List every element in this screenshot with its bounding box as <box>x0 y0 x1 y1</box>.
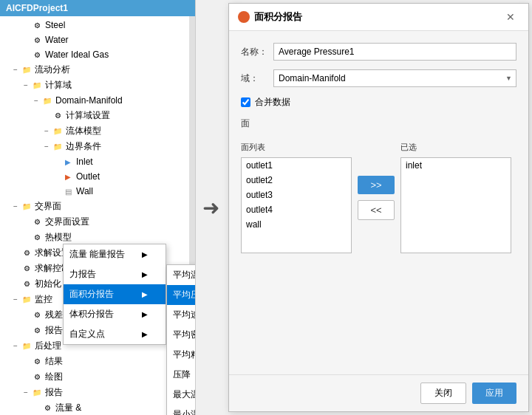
face-section: 面列表 outlet1outlet2outlet3outlet4wall >> … <box>241 142 516 253</box>
face-list-label: 面列表 <box>241 142 352 153</box>
tree-label-domain-manifold: Domain-Manifold <box>55 95 123 106</box>
ctx-menu-label: 面积分报告 <box>69 288 114 301</box>
submenu-label: 平均密… <box>173 329 196 341</box>
submenu-item-avg-density[interactable]: 平均密… <box>167 325 196 345</box>
tree-item-fluid-model[interactable]: −📁流体模型 <box>0 123 195 139</box>
tree-item-water-ideal-gas[interactable]: ⚙Water Ideal Gas <box>0 47 195 62</box>
ctx-menu-item-force-report[interactable]: 力报告▶ <box>64 264 166 284</box>
selected-list-item[interactable]: inlet <box>401 158 511 173</box>
tree-label-thermal-model: 热模型 <box>45 231 72 244</box>
close-button[interactable]: ✕ <box>502 10 519 24</box>
tree-label-interface-settings: 交界面设置 <box>45 216 89 228</box>
submenu-item-avg-velocity[interactable]: 平均速… <box>167 305 196 325</box>
ctx-menu-item-custom-points[interactable]: 自定义点▶ <box>64 324 166 344</box>
merge-checkbox[interactable] <box>241 97 250 107</box>
submenu-arrow-icon: ▶ <box>142 310 148 318</box>
tree-label-fluid-model: 流体模型 <box>66 125 101 137</box>
tree-label-domain-settings: 计算域设置 <box>66 109 110 122</box>
dialog-title-bar: 面积分报告 ✕ <box>229 4 528 31</box>
ctx-menu-item-flow-energy-report[interactable]: 流量 能量报告▶ <box>64 244 166 264</box>
domain-select-wrapper: Domain-Manifold <box>273 69 516 87</box>
ctx-menu-item-volume-integral-report[interactable]: 体积分报告▶ <box>64 304 166 324</box>
merge-label: 合并数据 <box>255 96 290 109</box>
tree-label-monitor: 监控 <box>35 293 52 306</box>
dialog-footer: 关闭 应用 <box>229 374 528 411</box>
face-section-label: 面 <box>241 117 516 130</box>
face-listbox[interactable]: outlet1outlet2outlet3outlet4wall <box>241 157 352 253</box>
domain-select[interactable]: Domain-Manifold <box>273 69 516 87</box>
submenu-item-avg-other[interactable]: 平均粘… <box>167 345 196 365</box>
tree-label-interface: 交界面 <box>35 200 61 213</box>
face-panels: 面列表 outlet1outlet2outlet3outlet4wall >> … <box>241 142 516 253</box>
submenu-item-min-temp[interactable]: 最小温度 <box>167 405 196 415</box>
tree-item-compute-domain[interactable]: −📁计算域 <box>0 78 195 93</box>
tree-item-domain-settings[interactable]: ⚙计算域设置 <box>0 108 195 123</box>
submenu-label: 最大温度 <box>173 388 196 401</box>
transfer-buttons: >> << <box>358 176 395 220</box>
dialog-body: 名称： 域： Domain-Manifold 合并数据 面 面列表 <box>229 31 528 374</box>
submenu-label: 最小温度 <box>173 408 196 415</box>
name-input[interactable] <box>273 43 516 61</box>
tree-item-boundary[interactable]: −📁边界条件 <box>0 139 195 154</box>
close-dialog-button[interactable]: 关闭 <box>420 383 466 404</box>
app-title: AICFDProject1 <box>0 0 195 16</box>
apply-button[interactable]: 应用 <box>472 383 516 404</box>
tree-label-wall: Wall <box>76 186 93 196</box>
domain-row: 域： Domain-Manifold <box>241 69 516 87</box>
tree-label-water-ideal-gas: Water Ideal Gas <box>45 49 109 60</box>
selected-listbox[interactable]: inlet <box>400 157 511 253</box>
tree-item-thermal-model[interactable]: ⚙热模型 <box>0 230 195 245</box>
ctx-menu-label: 力报告 <box>69 268 96 281</box>
submenu: 平均温度平均压力平均速…平均密…平均粘…压降最大温度最小温度最大压力最小压力 <box>166 264 196 415</box>
merge-row: 合并数据 <box>241 96 516 109</box>
ctx-menu-label: 体积分报告 <box>69 308 114 320</box>
tree-label-flow-analysis: 流动分析 <box>35 64 70 76</box>
transfer-left-button[interactable]: << <box>358 200 395 220</box>
tree-label-report-item: 报告 <box>45 324 63 337</box>
tree-item-inlet[interactable]: ▶Inlet <box>0 154 195 169</box>
arrow-right-icon: ➜ <box>202 196 219 220</box>
tree-item-interface-settings[interactable]: ⚙交界面设置 <box>0 214 195 230</box>
tree-label-outlet: Outlet <box>76 171 100 182</box>
face-list-panel: 面列表 outlet1outlet2outlet3outlet4wall <box>241 142 352 253</box>
submenu-label: 平均速… <box>173 309 196 321</box>
context-menu: 流量 能量报告▶力报告▶面积分报告▶体积分报告▶自定义点▶ <box>63 244 166 345</box>
tree-label-report: 报告 <box>45 386 63 399</box>
tree-label-compute-domain: 计算域 <box>45 79 72 92</box>
tree-item-interface[interactable]: −📁交界面 <box>0 199 195 214</box>
submenu-item-max-temp[interactable]: 最大温度 <box>167 385 196 405</box>
face-list-item[interactable]: outlet3 <box>242 188 351 202</box>
tree-label-water: Water <box>45 35 69 45</box>
transfer-right-button[interactable]: >> <box>358 176 395 194</box>
submenu-arrow-icon: ▶ <box>142 250 148 258</box>
tree-item-domain-manifold[interactable]: −📁Domain-Manifold <box>0 93 195 108</box>
name-label: 名称： <box>241 46 267 58</box>
tree-item-flow-analysis[interactable]: −📁流动分析 <box>0 62 195 78</box>
left-panel: AICFDProject1 ⚙Steel ⚙Water ⚙Water Ideal… <box>0 0 196 415</box>
face-list-item[interactable]: outlet1 <box>242 158 351 173</box>
ctx-menu-item-surface-integral-report[interactable]: 面积分报告▶ <box>64 284 166 304</box>
tree-item-outlet[interactable]: ▶Outlet <box>0 169 195 184</box>
tree-label-post-process: 后处理 <box>35 340 61 352</box>
tree-item-wall[interactable]: ▤Wall <box>0 184 195 199</box>
dialog: 面积分报告 ✕ 名称： 域： Domain-Manifold 合并数据 面 <box>228 3 529 412</box>
face-list-item[interactable]: wall <box>242 217 351 232</box>
tree-label-boundary: 边界条件 <box>66 140 101 153</box>
face-list-item[interactable]: outlet2 <box>242 173 351 188</box>
dialog-title-label: 面积分报告 <box>254 10 302 24</box>
tree-label-steel: Steel <box>45 20 65 30</box>
submenu-item-pressure-drop[interactable]: 压降 <box>167 365 196 385</box>
dialog-icon <box>238 11 250 23</box>
submenu-item-avg-temp[interactable]: 平均温度 <box>167 265 196 285</box>
dialog-title-text: 面积分报告 <box>238 10 302 24</box>
tree-item-water[interactable]: ⚙Water <box>0 32 195 47</box>
submenu-label: 平均压力 <box>173 289 196 301</box>
face-list-item[interactable]: outlet4 <box>242 202 351 217</box>
submenu-label: 平均温度 <box>173 269 196 281</box>
name-row: 名称： <box>241 43 516 61</box>
tree-label-draw: 绘图 <box>45 371 63 383</box>
tree-label-results: 结果 <box>45 355 63 368</box>
selected-label: 已选 <box>400 142 511 153</box>
tree-item-steel[interactable]: ⚙Steel <box>0 18 195 32</box>
submenu-item-avg-pressure[interactable]: 平均压力 <box>167 285 196 305</box>
